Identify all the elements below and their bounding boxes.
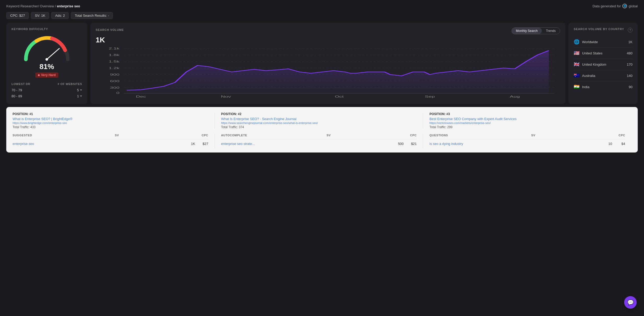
stat-sv: SV: 1K bbox=[31, 12, 49, 19]
dr-header-2: # OF WEBSITES bbox=[58, 82, 82, 86]
dr-count-0: 5 bbox=[77, 88, 79, 92]
kw-header-suggested: SUGGESTED SV CPC bbox=[13, 134, 208, 139]
svg-text:2.1k: 2.1k bbox=[109, 47, 120, 50]
svg-text:2018: 2018 bbox=[220, 98, 232, 98]
pos-url-3[interactable]: https://victoriouseo.com/markets/enterpr… bbox=[429, 121, 625, 125]
pos-title-2[interactable]: What Is Enterprise SEO? - Search Engine … bbox=[221, 117, 417, 121]
breadcrumb-prefix: Keyword Researcher/ Overview / bbox=[6, 4, 57, 8]
svg-marker-28 bbox=[127, 50, 549, 93]
country-info-us: 🇺🇸 United States bbox=[574, 50, 602, 56]
kw-sv-autocomplete-0: 500 bbox=[390, 142, 404, 146]
kw-link-autocomplete-0[interactable]: enterprise seo strate... bbox=[221, 142, 391, 146]
kw-row-suggested-0: enterprise seo 1K $27 bbox=[13, 139, 208, 148]
gauge-percentage: 81% bbox=[39, 63, 54, 71]
help-icon[interactable]: ? bbox=[628, 28, 632, 32]
kw-table-suggested: SUGGESTED SV CPC enterprise seo 1K $27 bbox=[13, 134, 215, 148]
kw-cpc-questions-0: $4 bbox=[612, 142, 625, 146]
sv-panel-label: SEARCH VOLUME bbox=[96, 28, 124, 31]
kw-col-cpc-suggested: CPC bbox=[202, 134, 208, 137]
svg-text:1.2k: 1.2k bbox=[109, 67, 120, 70]
svg-line-0 bbox=[47, 48, 59, 59]
dr-val-0[interactable]: 5 bbox=[77, 88, 82, 92]
stat-total-results: Total Search Results: - bbox=[71, 12, 113, 19]
bottom-section: POSITION: #1 What is Enterprise SEO? | B… bbox=[6, 107, 638, 153]
pos-url-1[interactable]: https://www.brightedge.com/enterprise-se… bbox=[13, 121, 208, 125]
pos-label-1: POSITION: #1 bbox=[13, 112, 208, 116]
kw-link-questions-0[interactable]: is seo a dying industry bbox=[429, 142, 599, 146]
pos-title-1[interactable]: What is Enterprise SEO? | BrightEdge® bbox=[13, 117, 208, 121]
kw-col-sv-suggested: SV bbox=[115, 134, 119, 137]
kw-cpc-suggested-0: $27 bbox=[195, 142, 208, 146]
svg-point-1 bbox=[45, 58, 48, 61]
top-bar: Keyword Researcher/ Overview / enterpris… bbox=[0, 0, 644, 11]
svg-text:900: 900 bbox=[110, 73, 119, 76]
kd-panel-label: KEYWORD DIFFICULTY bbox=[12, 27, 82, 31]
sv-header: SEARCH VOLUME Monthly Search Trends bbox=[96, 27, 560, 34]
worldwide-sv: 1K bbox=[628, 40, 632, 44]
sv-value: 1K bbox=[96, 36, 560, 44]
svg-text:600: 600 bbox=[110, 80, 119, 83]
stat-ads: Ads: 2 bbox=[51, 12, 69, 19]
pos-traffic-2: Total Traffic: 374 bbox=[221, 125, 244, 129]
kw-col-label-autocomplete: AUTOCOMPLETE bbox=[221, 134, 247, 137]
search-volume-country-panel: SEARCH VOLUME BY COUNTRY ? 🌐 Worldwide 1… bbox=[568, 23, 638, 104]
country-info-in: 🇮🇳 India bbox=[574, 84, 589, 90]
dr-header: LOWEST DR # OF WEBSITES bbox=[12, 82, 82, 87]
toggle-group[interactable]: Monthly Search Trends bbox=[511, 27, 560, 34]
positions-row: POSITION: #1 What is Enterprise SEO? | B… bbox=[13, 112, 631, 129]
pos-traffic-3: Total Traffic: 299 bbox=[429, 125, 452, 129]
dr-range-1: 80 - 89 bbox=[12, 94, 22, 98]
pos-url-2[interactable]: https://www.searchenginejournal.com/ente… bbox=[221, 121, 417, 125]
toggle-trends[interactable]: Trends bbox=[542, 28, 560, 34]
au-sv: 140 bbox=[627, 74, 632, 78]
kw-col-label-suggested: SUGGESTED bbox=[13, 134, 32, 137]
kw-header-autocomplete: AUTOCOMPLETE SV CPC bbox=[221, 134, 417, 139]
tables-row: SUGGESTED SV CPC enterprise seo 1K $27 A… bbox=[13, 134, 631, 148]
country-row-in: 🇮🇳 India 90 bbox=[574, 81, 632, 92]
dr-val-1[interactable]: 1 bbox=[77, 94, 82, 98]
pos-label-3: POSITION: #3 bbox=[429, 112, 625, 116]
toggle-monthly-search[interactable]: Monthly Search bbox=[512, 28, 542, 34]
svg-text:2019: 2019 bbox=[333, 98, 346, 98]
kw-col-label-questions: QUESTIONS bbox=[429, 134, 448, 137]
country-row-worldwide: 🌐 Worldwide 1K bbox=[574, 36, 632, 48]
kw-row-autocomplete-0: enterprise seo strate... 500 $21 bbox=[221, 139, 417, 148]
us-flag: 🇺🇸 bbox=[574, 50, 579, 56]
search-volume-panel: SEARCH VOLUME Monthly Search Trends 1K 2… bbox=[90, 23, 565, 104]
globe-icon: 🌐 bbox=[622, 4, 627, 8]
chart-svg: 2.1k 1.8k 1.5k 1.2k 900 600 300 0 Dec 20… bbox=[96, 46, 560, 98]
uk-flag: 🇬🇧 bbox=[574, 61, 579, 67]
kw-col-cpc-questions: CPC bbox=[619, 134, 625, 137]
pos-traffic-1: Total Traffic: 433 bbox=[13, 125, 36, 129]
difficulty-badge: Very Hard bbox=[35, 72, 58, 78]
country-row-uk: 🇬🇧 United Kingdom 170 bbox=[574, 59, 632, 70]
dr-table: LOWEST DR # OF WEBSITES 70 - 79 5 80 - 8… bbox=[12, 82, 82, 99]
kw-row-questions-0: is seo a dying industry 10 $4 bbox=[429, 139, 625, 148]
country-row-au: 🇦🇺 Australia 140 bbox=[574, 70, 632, 81]
uk-sv: 170 bbox=[627, 63, 632, 66]
country-info-au: 🇦🇺 Australia bbox=[574, 73, 595, 78]
dr-row-1: 80 - 89 1 bbox=[12, 93, 82, 99]
position-col-2: POSITION: #2 What Is Enterprise SEO? - S… bbox=[221, 112, 423, 129]
pos-title-3[interactable]: Best Enterprise SEO Company with Expert … bbox=[429, 117, 625, 121]
stats-row: CPC: $27 SV: 1K Ads: 2 Total Search Resu… bbox=[0, 11, 644, 23]
svg-text:300: 300 bbox=[110, 86, 119, 89]
dr-row-0: 70 - 79 5 bbox=[12, 87, 82, 93]
data-generated-region: global bbox=[629, 4, 638, 8]
pos-label-2: POSITION: #2 bbox=[221, 112, 417, 116]
kw-link-suggested-0[interactable]: enterprise seo bbox=[13, 142, 182, 146]
dr-header-1: LOWEST DR bbox=[12, 82, 30, 86]
kw-sv-suggested-0: 1K bbox=[182, 142, 195, 146]
chart-area: 2.1k 1.8k 1.5k 1.2k 900 600 300 0 Dec 20… bbox=[96, 46, 560, 98]
svg-text:2021: 2021 bbox=[509, 98, 521, 98]
panels-row: KEYWORD DIFFICULTY 81% Very Hard LOWEST … bbox=[0, 23, 644, 107]
position-col-1: POSITION: #1 What is Enterprise SEO? | B… bbox=[13, 112, 215, 129]
svg-text:2017: 2017 bbox=[135, 98, 147, 98]
svg-text:2020: 2020 bbox=[423, 98, 436, 98]
breadcrumb: Keyword Researcher/ Overview / enterpris… bbox=[6, 4, 80, 8]
worldwide-name: Worldwide bbox=[582, 40, 598, 44]
stat-cpc: CPC: $27 bbox=[6, 12, 29, 19]
chevron-down-icon-0 bbox=[80, 89, 82, 91]
data-generated-label: Data generated for 🌐 global bbox=[593, 4, 638, 8]
country-info-uk: 🇬🇧 United Kingdom bbox=[574, 61, 606, 67]
